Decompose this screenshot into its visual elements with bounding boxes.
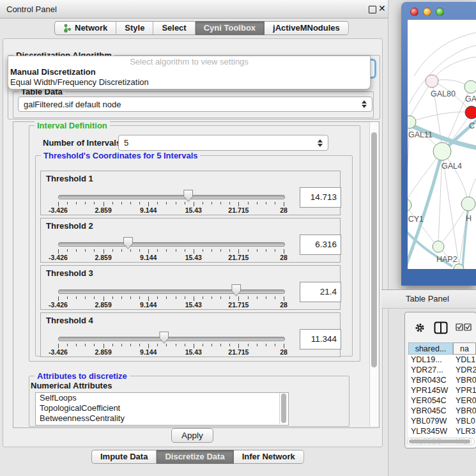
tab-label: Discretize Data: [165, 450, 224, 464]
threshold-slider-track[interactable]: [58, 242, 285, 247]
table-row[interactable]: YBR045CYBR0: [408, 406, 476, 416]
network-node-gcy1[interactable]: [408, 199, 411, 211]
slider-tick: [121, 202, 122, 204]
tab-select[interactable]: Select: [153, 21, 195, 35]
slider-tick: [139, 296, 140, 299]
threshold-value-field[interactable]: 21.4: [300, 282, 341, 302]
table-data-combobox[interactable]: galFiltered.sif default node: [18, 96, 372, 112]
split-panel-icon[interactable]: [434, 321, 448, 334]
table-hscrollbar-thumb[interactable]: [409, 440, 470, 443]
threshold-slider-thumb[interactable]: [159, 332, 169, 344]
network-icon: [63, 24, 72, 33]
network-node-gal80[interactable]: [426, 75, 438, 88]
threshold-slider-thumb[interactable]: [231, 284, 241, 296]
threshold-slider-track[interactable]: [58, 289, 285, 294]
table-row[interactable]: YPR145WYPR1: [408, 385, 476, 395]
threshold-value-field[interactable]: 6.316: [300, 234, 341, 255]
table-row[interactable]: YBR043CYBR0: [408, 375, 476, 385]
network-node-ga[interactable]: [464, 81, 476, 93]
attribute-list-item[interactable]: TopologicalCoefficient: [36, 403, 288, 413]
network-node-label: HAP2: [436, 255, 457, 264]
slider-tick: [185, 344, 185, 346]
slider-tick: [257, 249, 257, 252]
table-hscrollbar[interactable]: [407, 438, 475, 445]
table-row[interactable]: YDL19...YDL1: [408, 355, 476, 365]
network-edge: [436, 57, 476, 76]
slider-tick: [185, 296, 185, 299]
gear-icon[interactable]: [414, 322, 426, 334]
checkbox-icon[interactable]: [456, 323, 463, 331]
threshold-panel-2: Threshold 2-3.4262.8599.14415.4321.71528…: [40, 218, 341, 263]
slider-tick: [185, 249, 185, 252]
window-close-light[interactable]: [410, 8, 418, 16]
attribute-list-item[interactable]: SelfLoops: [36, 393, 288, 403]
dropdown-option-equal-width[interactable]: Equal Width/Frequency Discretization: [8, 77, 370, 88]
tab-infer-network[interactable]: Infer Network: [234, 450, 304, 464]
slider-tick: [85, 202, 86, 204]
network-node-label: GCY1: [408, 215, 424, 224]
table-cell: YPR145W: [408, 385, 453, 395]
threshold-slider-track[interactable]: [58, 337, 285, 341]
table-row[interactable]: YBL079WYBL0: [408, 416, 476, 426]
attributes-scrollbar[interactable]: [279, 393, 288, 424]
settings-scrollbar[interactable]: [369, 122, 378, 426]
tab-style[interactable]: Style: [116, 21, 153, 35]
slider-tick: [284, 344, 284, 348]
slider-tick: [112, 249, 113, 252]
dropdown-option-manual[interactable]: Manual Discretization: [8, 67, 370, 77]
attributes-scrollbar-thumb[interactable]: [281, 394, 286, 423]
slider-tick: [67, 344, 68, 346]
slider-tick: [194, 344, 194, 348]
slider-tick: [139, 344, 140, 346]
table-row[interactable]: YER054CYER0: [408, 395, 476, 406]
window-zoom-light[interactable]: [436, 8, 444, 16]
table-row[interactable]: YDR27...YDR2: [408, 365, 476, 375]
network-view-window[interactable]: GAL80GACGAL11GAL4GCY1HHAP2: [401, 2, 476, 286]
control-panel-titlebar: [0, 0, 388, 19]
checkbox-icon[interactable]: [464, 323, 472, 331]
slider-tick: [85, 249, 86, 252]
threshold-slider-thumb[interactable]: [183, 190, 193, 202]
threshold-value-field[interactable]: 14.713: [300, 187, 341, 208]
combo-arrows-icon: [318, 139, 323, 147]
table-row[interactable]: YLR345WYLR3: [408, 426, 476, 436]
tab-cyni-toolbox[interactable]: Cyni Toolbox: [196, 21, 265, 35]
thresholds-group-title: Threshold's Coordinates for 5 Intervals: [41, 151, 200, 160]
settings-scrollbar-thumb[interactable]: [371, 132, 377, 367]
tab-network[interactable]: Network: [54, 21, 116, 35]
network-canvas[interactable]: GAL80GACGAL11GAL4GCY1HHAP2: [408, 20, 476, 269]
close-icon[interactable]: ✕: [378, 3, 386, 13]
threshold-slider-thumb[interactable]: [123, 237, 133, 249]
apply-button[interactable]: Apply: [171, 428, 213, 443]
slider-tick: [104, 344, 104, 348]
network-node-h[interactable]: [461, 197, 475, 211]
network-node-hap2[interactable]: [433, 241, 444, 252]
window-minimize-light[interactable]: [423, 8, 431, 16]
slider-tick: [238, 296, 239, 301]
control-panel-title: Control Panel: [6, 4, 57, 14]
numerical-attributes-list[interactable]: SelfLoopsTopologicalCoefficientBetweenne…: [35, 392, 289, 426]
slider-tick: [104, 296, 104, 301]
table-panel-card: shared...naYDL19...YDL1YDR27...YDR2YBR04…: [404, 312, 476, 449]
table-column-header[interactable]: na: [453, 342, 476, 355]
slider-tick: [166, 202, 167, 204]
threshold-slider-track[interactable]: [58, 195, 285, 199]
slider-tick: [67, 249, 68, 252]
network-graph[interactable]: GAL80GACGAL11GAL4GCY1HHAP2: [408, 20, 476, 269]
threshold-value-field[interactable]: 11.344: [300, 329, 341, 349]
tab-discretize-data[interactable]: Discretize Data: [157, 450, 233, 464]
slider-tick: [229, 249, 230, 252]
tab-jactivemnodules[interactable]: jActiveMNodules: [265, 21, 349, 35]
number-of-intervals-combobox[interactable]: 5: [118, 135, 328, 151]
attribute-list-item[interactable]: BetweennessCentrality: [36, 413, 288, 424]
slider-tick-label: -3.426: [49, 254, 68, 261]
slider-tick: [194, 249, 194, 254]
network-node-gal4[interactable]: [433, 142, 451, 160]
table-column-header[interactable]: shared...: [408, 342, 453, 355]
tab-impute-data[interactable]: Impute Data: [91, 450, 157, 464]
slider-tick: [58, 202, 59, 206]
network-node-c[interactable]: [465, 106, 476, 119]
table-cell: YDL1: [453, 355, 476, 365]
network-node-label: H: [466, 214, 472, 223]
float-window-icon[interactable]: [369, 6, 376, 13]
